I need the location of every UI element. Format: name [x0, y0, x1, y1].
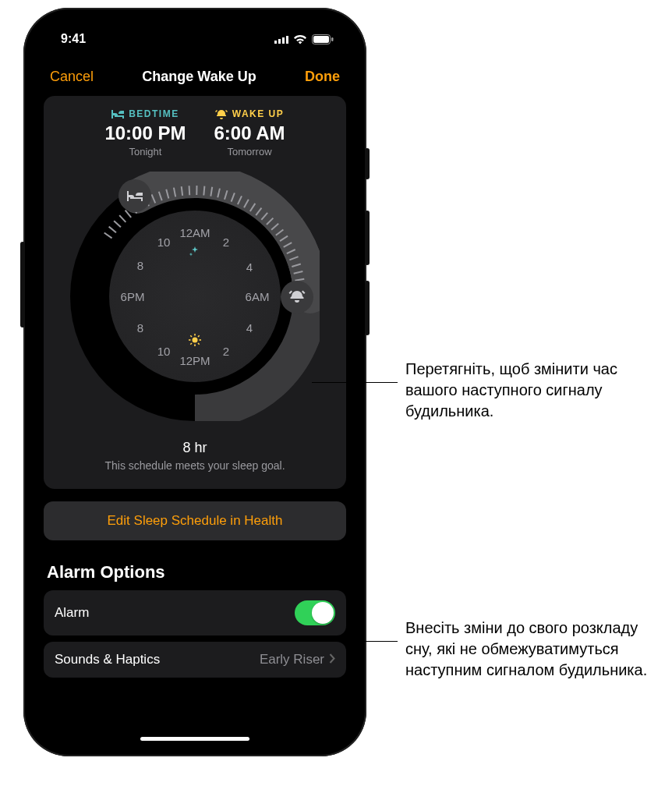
svg-line-48	[190, 343, 192, 345]
sounds-label: Sounds & Haptics	[55, 652, 160, 667]
svg-line-18	[189, 186, 190, 195]
bed-handle-icon	[126, 190, 143, 202]
svg-point-41	[193, 338, 198, 343]
svg-rect-1	[313, 36, 329, 43]
svg-line-7	[114, 221, 121, 227]
bedtime-time: 10:00 PM	[104, 122, 186, 144]
dial-6am: 6AM	[246, 290, 270, 303]
dial-6pm: 6PM	[121, 290, 145, 303]
dial-4: 4	[246, 260, 253, 274]
svg-line-5	[104, 233, 112, 239]
sleep-dial[interactable]: (function(){ var g=document.getElementBy…	[70, 172, 320, 421]
dial-12am: 12AM	[179, 226, 210, 239]
cancel-button[interactable]: Cancel	[50, 69, 94, 85]
sounds-value: Early Riser	[260, 652, 324, 667]
dial-8b: 8	[137, 259, 143, 272]
status-right	[274, 34, 334, 44]
svg-line-8	[119, 215, 126, 222]
wifi-icon	[293, 34, 307, 44]
callout-edit-schedule: Внесіть зміни до свого розкладу сну, які…	[405, 618, 663, 681]
status-time: 9:41	[61, 32, 86, 46]
bed-icon	[111, 110, 124, 119]
sounds-value-group: Early Riser	[260, 652, 335, 667]
bedtime-label: BEDTIME	[104, 108, 186, 119]
nav-bar: Cancel Change Wake Up Done	[33, 61, 357, 96]
volume-up-button	[365, 211, 370, 265]
wakeup-handle[interactable]	[281, 281, 313, 313]
chevron-right-icon	[329, 652, 335, 667]
svg-line-6	[109, 227, 116, 233]
svg-line-47	[198, 343, 200, 345]
dial-2: 2	[223, 235, 229, 249]
dial-2b: 10	[157, 345, 171, 358]
done-button[interactable]: Done	[305, 69, 340, 85]
power-button	[20, 242, 25, 328]
dial-8: 4	[246, 321, 253, 335]
svg-rect-2	[331, 37, 334, 41]
silent-switch	[365, 148, 370, 179]
volume-down-button	[365, 281, 370, 335]
home-indicator[interactable]	[140, 737, 249, 741]
wakeup-time: 6:00 AM	[214, 122, 285, 144]
wakeup-sub: Tomorrow	[214, 146, 285, 158]
dial-12pm: 12PM	[179, 354, 210, 367]
svg-line-49	[198, 335, 200, 337]
alarm-handle-icon	[288, 290, 306, 304]
sun-icon	[188, 333, 202, 350]
dial-4b: 8	[137, 321, 143, 335]
stars-icon	[188, 245, 202, 262]
battery-icon	[312, 34, 334, 44]
sounds-haptics-row[interactable]: Sounds & Haptics Early Riser	[44, 642, 346, 678]
dial-10b: 10	[157, 235, 171, 249]
nav-title: Change Wake Up	[142, 69, 256, 85]
edit-sleep-schedule-button[interactable]: Edit Sleep Schedule in Health	[44, 501, 346, 540]
wakeup-label-text: WAKE UP	[232, 108, 285, 119]
dial-10: 2	[223, 345, 229, 358]
screen: 9:41 Cancel Change Wake Up Done BEDTIME	[33, 17, 357, 747]
callout-line-1	[312, 382, 398, 383]
callout-wakeup-handle: Перетягніть, щоб змінити час вашого наст…	[405, 359, 655, 422]
svg-line-20	[203, 186, 204, 196]
alarm-icon	[215, 109, 228, 119]
edit-button-label: Edit Sleep Schedule in Health	[108, 513, 283, 528]
bedtime-col: BEDTIME 10:00 PM Tonight	[104, 108, 186, 158]
wakeup-label: WAKE UP	[214, 108, 285, 119]
duration-sub: This schedule meets your sleep goal.	[53, 459, 337, 472]
callout-line-2	[343, 641, 398, 642]
cellular-icon	[274, 34, 288, 44]
alarm-toggle-row: Alarm	[44, 590, 346, 636]
wakeup-col: WAKE UP 6:00 AM Tomorrow	[214, 108, 285, 158]
alarm-options-title: Alarm Options	[44, 562, 346, 582]
content: BEDTIME 10:00 PM Tonight WAKE UP 6:00 AM…	[33, 96, 357, 678]
svg-line-46	[190, 335, 192, 337]
bedtime-handle[interactable]	[118, 179, 151, 212]
dynamic-island	[144, 30, 246, 58]
schedule-card: BEDTIME 10:00 PM Tonight WAKE UP 6:00 AM…	[44, 96, 346, 489]
times-row: BEDTIME 10:00 PM Tonight WAKE UP 6:00 AM…	[53, 108, 337, 158]
bedtime-label-text: BEDTIME	[129, 108, 179, 119]
duration: 8 hr This schedule meets your sleep goal…	[53, 440, 337, 472]
duration-value: 8 hr	[53, 440, 337, 456]
alarm-toggle[interactable]	[295, 600, 335, 625]
alarm-label: Alarm	[55, 605, 89, 621]
dial-face: 12AM 2 4 6AM 4 2 12PM 10 8 6PM 8 10	[109, 211, 281, 382]
bedtime-sub: Tonight	[104, 146, 186, 158]
